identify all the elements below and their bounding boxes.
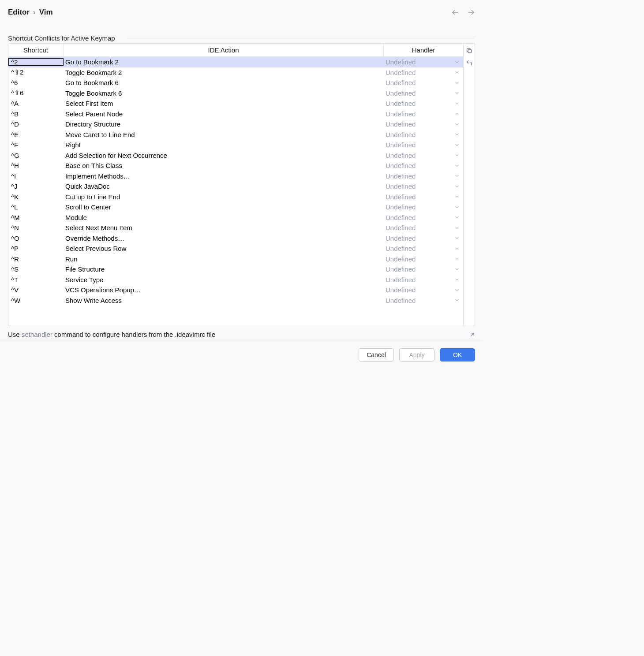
handler-value: Undefined — [386, 245, 416, 252]
handler-value: Undefined — [386, 58, 416, 66]
cell-handler[interactable]: Undefined — [384, 58, 463, 66]
table-row[interactable]: ^OOverride Methods…Undefined — [8, 233, 463, 244]
cancel-button[interactable]: Cancel — [359, 348, 394, 362]
chevron-down-icon — [454, 60, 460, 65]
breadcrumb-parent[interactable]: Editor — [8, 8, 30, 17]
apply-button[interactable]: Apply — [399, 348, 434, 362]
cell-handler[interactable]: Undefined — [384, 297, 463, 304]
column-header-ide-action[interactable]: IDE Action — [64, 44, 384, 56]
table-row[interactable]: ^ASelect First ItemUndefined — [8, 98, 463, 109]
table-row[interactable]: ^⇧2Toggle Bookmark 2Undefined — [8, 67, 463, 78]
cell-handler[interactable]: Undefined — [384, 162, 463, 169]
table-row[interactable]: ^VVCS Operations Popup…Undefined — [8, 285, 463, 295]
ok-button[interactable]: OK — [440, 348, 475, 362]
table-row[interactable]: ^RRunUndefined — [8, 254, 463, 265]
handler-value: Undefined — [386, 152, 416, 159]
cell-handler[interactable]: Undefined — [384, 100, 463, 107]
dialog-footer: Cancel Apply OK — [0, 342, 483, 369]
svg-rect-2 — [468, 49, 472, 53]
nav-back-icon[interactable] — [451, 8, 459, 16]
cell-shortcut: ^⇧6 — [8, 89, 64, 97]
table-row[interactable]: ^DDirectory StructureUndefined — [8, 119, 463, 130]
cell-handler[interactable]: Undefined — [384, 110, 463, 118]
nav-forward-icon[interactable] — [467, 8, 475, 16]
cell-ide-action: Service Type — [64, 276, 384, 283]
breadcrumb-separator: › — [33, 8, 36, 17]
chevron-down-icon — [454, 277, 460, 282]
chevron-down-icon — [454, 225, 460, 231]
table-row[interactable]: ^⇧6Toggle Bookmark 6Undefined — [8, 88, 463, 99]
chevron-down-icon — [454, 298, 460, 303]
table-row[interactable]: ^2Go to Bookmark 2Undefined — [8, 57, 463, 67]
table-row[interactable]: ^SFile StructureUndefined — [8, 264, 463, 275]
cell-shortcut: ^2 — [8, 58, 64, 66]
cell-shortcut: ^H — [8, 162, 64, 169]
handler-value: Undefined — [386, 235, 416, 242]
cell-handler[interactable]: Undefined — [384, 203, 463, 211]
cell-handler[interactable]: Undefined — [384, 183, 463, 190]
cell-shortcut: ^B — [8, 110, 64, 118]
table-row[interactable]: ^FRightUndefined — [8, 140, 463, 150]
cell-ide-action: Override Methods… — [64, 235, 384, 242]
table-row[interactable]: ^TService TypeUndefined — [8, 275, 463, 285]
cell-ide-action: Select Previous Row — [64, 245, 384, 252]
table-row[interactable]: ^6Go to Bookmark 6Undefined — [8, 78, 463, 88]
handler-value: Undefined — [386, 120, 416, 128]
table-row[interactable]: ^GAdd Selection for Next OccurrenceUndef… — [8, 150, 463, 161]
breadcrumb: Editor › Vim — [8, 8, 475, 17]
cell-handler[interactable]: Undefined — [384, 131, 463, 138]
table-row[interactable]: ^KCut up to Line EndUndefined — [8, 192, 463, 202]
cell-handler[interactable]: Undefined — [384, 214, 463, 221]
table-row[interactable]: ^NSelect Next Menu ItemUndefined — [8, 223, 463, 233]
cell-handler[interactable]: Undefined — [384, 286, 463, 294]
cell-handler[interactable]: Undefined — [384, 276, 463, 283]
chevron-down-icon — [454, 246, 460, 251]
cell-ide-action: Select Parent Node — [64, 110, 384, 118]
table-row[interactable]: ^JQuick JavaDocUndefined — [8, 181, 463, 192]
cell-shortcut: ^G — [8, 152, 64, 159]
table-row[interactable]: ^PSelect Previous RowUndefined — [8, 243, 463, 254]
column-header-shortcut[interactable]: Shortcut — [8, 44, 64, 56]
cell-handler[interactable]: Undefined — [384, 265, 463, 273]
table-row[interactable]: ^BSelect Parent NodeUndefined — [8, 109, 463, 119]
table-row[interactable]: ^HBase on This ClassUndefined — [8, 160, 463, 171]
cell-shortcut: ^V — [8, 286, 64, 294]
cell-handler[interactable]: Undefined — [384, 69, 463, 76]
cell-handler[interactable]: Undefined — [384, 152, 463, 159]
cell-handler[interactable]: Undefined — [384, 255, 463, 263]
cell-handler[interactable]: Undefined — [384, 79, 463, 86]
handler-value: Undefined — [386, 255, 416, 263]
cell-handler[interactable]: Undefined — [384, 193, 463, 201]
cell-handler[interactable]: Undefined — [384, 172, 463, 180]
handler-value: Undefined — [386, 141, 416, 149]
cell-shortcut: ^P — [8, 245, 64, 252]
cell-ide-action: Run — [64, 255, 384, 263]
cell-ide-action: Go to Bookmark 6 — [64, 79, 384, 86]
hint-prefix: Use — [8, 331, 22, 338]
table-row[interactable]: ^WShow Write AccessUndefined — [8, 295, 463, 306]
chevron-down-icon — [454, 267, 460, 272]
cell-handler[interactable]: Undefined — [384, 245, 463, 252]
copy-icon[interactable] — [465, 45, 473, 55]
external-link-icon[interactable] — [470, 332, 475, 337]
handler-value: Undefined — [386, 131, 416, 138]
table-row[interactable]: ^MModuleUndefined — [8, 212, 463, 223]
cell-handler[interactable]: Undefined — [384, 89, 463, 97]
chevron-down-icon — [454, 184, 460, 189]
breadcrumb-current: Vim — [39, 8, 53, 17]
cell-handler[interactable]: Undefined — [384, 235, 463, 242]
table-row[interactable]: ^LScroll to CenterUndefined — [8, 202, 463, 212]
handler-value: Undefined — [386, 297, 416, 304]
cell-handler[interactable]: Undefined — [384, 120, 463, 128]
table-row[interactable]: ^IImplement Methods…Undefined — [8, 171, 463, 182]
cell-shortcut: ^F — [8, 141, 64, 149]
revert-icon[interactable] — [465, 58, 473, 67]
table-row[interactable]: ^EMove Caret to Line EndUndefined — [8, 130, 463, 140]
panel-title-rule — [127, 38, 475, 38]
cell-shortcut: ^O — [8, 235, 64, 242]
cell-handler[interactable]: Undefined — [384, 224, 463, 231]
cell-handler[interactable]: Undefined — [384, 141, 463, 149]
handler-value: Undefined — [386, 100, 416, 107]
column-header-handler[interactable]: Handler — [384, 44, 463, 56]
chevron-down-icon — [454, 215, 460, 220]
